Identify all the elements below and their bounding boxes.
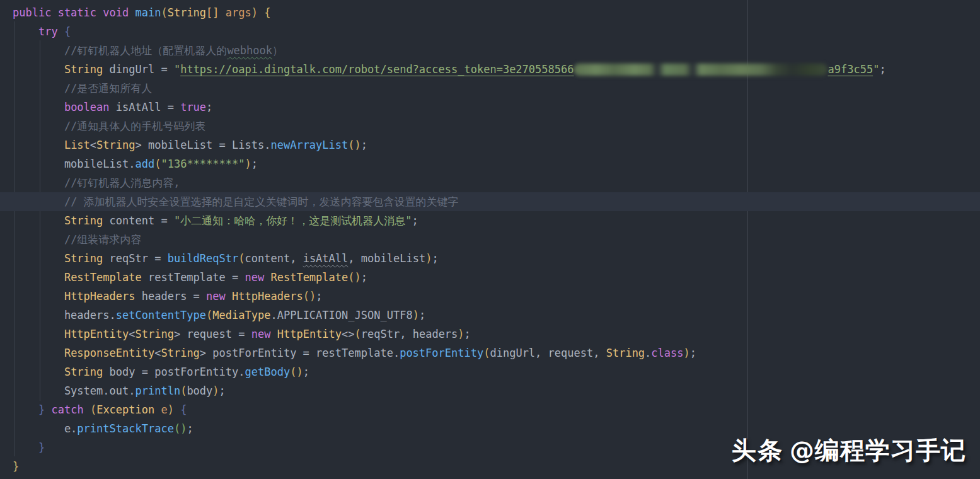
code-token [13,366,64,378]
code-line[interactable]: //钉钉机器人消息内容, [0,173,980,192]
watermark-brand: 头条 [732,436,783,465]
code-line[interactable]: ResponseEntity<String> postForEntity = r… [0,343,980,362]
code-token: . [645,347,651,359]
code-token: > request = [174,328,251,340]
code-token: https://oapi.dingtalk.com/robot/send?acc… [180,63,574,76]
code-token: ) [413,309,419,321]
code-token: String [161,347,199,359]
code-token: "小二通知：哈哈，你好！，这是测试机器人消息" [174,214,412,227]
code-line[interactable]: RestTemplate restTemplate = new RestTemp… [0,268,980,287]
code-area[interactable]: public static void main(String[] args) {… [0,0,980,476]
code-token: String[] [168,6,219,19]
code-line[interactable]: List<String> mobileList = Lists.newArray… [0,136,980,154]
code-token: MediaType [212,309,270,321]
code-token: ) [425,252,432,265]
code-token [13,271,64,284]
code-line-current[interactable]: // 添加机器人时安全设置选择的是自定义关键词时，发送内容要包含设置的关键字 [0,192,980,211]
code-token: ; [361,139,367,151]
code-token: > mobileList = Lists. [135,139,271,151]
code-token: newArrayList [270,139,348,151]
code-token: //是否通知所有人 [64,82,152,95]
code-token: main [135,6,161,19]
code-token: ; [464,328,471,340]
code-token: ; [316,290,322,303]
code-token: Exception [96,403,154,416]
code-line[interactable]: mobileList.add("136********"); [0,154,980,173]
code-token: ; [187,422,193,435]
code-token: } [38,403,45,416]
code-token: HttpEntity [277,328,342,340]
code-token: String [64,252,103,265]
code-token [226,290,232,303]
code-token: new [206,290,226,303]
code-line[interactable]: //组装请求内容 [0,230,980,249]
code-token: getBody [245,366,290,378]
code-line[interactable]: String content = "小二通知：哈哈，你好！，这是测试机器人消息"… [0,211,980,230]
code-token: printStackTrace [77,422,174,435]
code-token: ; [219,384,226,397]
code-token: <> [342,328,354,340]
code-token: ( [161,6,167,19]
code-line[interactable]: //通知具体人的手机号码列表 [0,117,980,136]
code-token [84,403,90,416]
code-line[interactable]: String reqStr = buildReqStr(content, isA… [0,249,980,268]
code-token: ; [419,309,425,321]
code-token: > postForEntity = restTemplate. [200,347,400,359]
code-token: " [174,63,180,76]
code-line[interactable]: System.out.println(body); [0,381,980,400]
code-token: ( [483,347,490,359]
code-token: ; [412,214,418,227]
code-token: headers. [13,309,116,321]
code-token: isAtAll = [110,101,181,113]
code-token: body = postForEntity. [103,366,245,378]
code-token: ( [355,328,361,340]
code-token: e. [13,422,77,435]
code-token: < [154,347,161,359]
code-token: catch [51,403,83,416]
code-token: ( [206,309,212,321]
code-line[interactable]: //是否通知所有人 [0,79,980,98]
code-line[interactable]: boolean isAtAll = true; [0,98,980,117]
code-token: } [13,460,19,473]
code-token: body [187,384,212,397]
code-line[interactable]: HttpEntity<String> request = new HttpEnt… [0,325,980,343]
code-token: ; [206,101,212,113]
code-token [13,44,64,57]
code-token: String [64,63,103,76]
code-token: String [96,139,135,151]
code-line[interactable]: String dingUrl = "https://oapi.dingtalk.… [0,60,980,79]
code-token [13,403,38,416]
code-token: ( [154,158,161,170]
code-token: reqStr = [103,252,167,265]
code-token: //钉钉机器人消息内容, [64,176,180,189]
code-token: println [135,384,180,397]
code-token: ; [432,252,438,265]
code-token [13,347,64,359]
code-line[interactable]: try { [0,22,980,41]
code-line[interactable]: } catch (Exception e) { [0,400,980,419]
code-line[interactable]: public static void main(String[] args) { [0,3,980,22]
code-token: ) [168,403,174,416]
code-token [13,214,64,227]
code-token: String [64,214,103,227]
code-token: restTemplate = [142,271,245,284]
code-token [13,63,64,76]
code-token [13,195,64,208]
code-token: HttpEntity [64,328,129,340]
code-token: APPLICATION_JSON_UTF8 [277,309,413,321]
code-token [174,403,180,416]
code-token: String [64,366,103,378]
code-token [219,6,226,19]
code-line[interactable]: String body = postForEntity.getBody(); [0,362,980,381]
code-token: List [64,139,90,151]
code-token: args [226,6,251,19]
code-line[interactable]: //钉钉机器人地址（配置机器人的webhook） [0,41,980,60]
code-line[interactable]: headers.setContentType(MediaType.APPLICA… [0,306,980,325]
code-token [154,403,161,416]
censored-token-blur [574,64,827,76]
code-token: ） [272,44,283,57]
code-editor[interactable]: public static void main(String[] args) {… [0,0,980,479]
code-token: postForEntity [400,347,483,359]
code-line[interactable]: HttpHeaders headers = new HttpHeaders(); [0,287,980,306]
code-token: reqStr, headers [361,328,458,340]
